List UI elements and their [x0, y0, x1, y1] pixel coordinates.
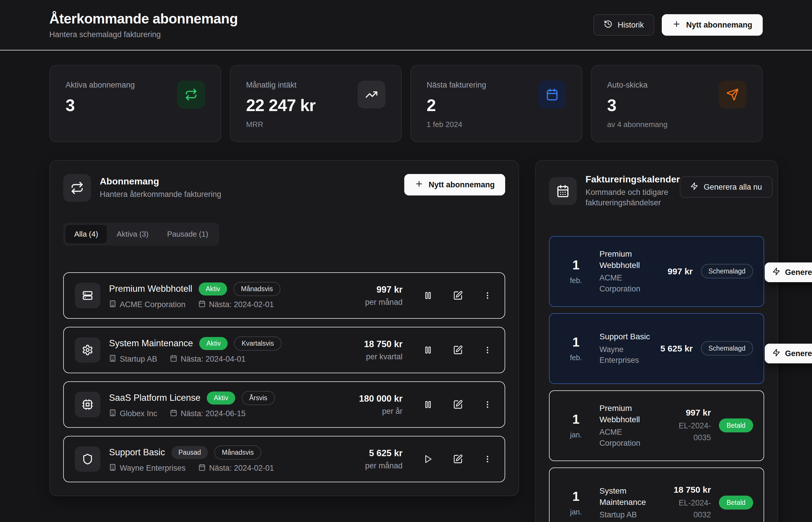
subscriptions-title: Abonnemang — [100, 176, 221, 187]
paid-badge: Betald — [719, 419, 753, 433]
subscription-row: Support Basic Pausad Månadsvis Wayne Ent… — [63, 436, 505, 482]
edit-button[interactable] — [451, 345, 465, 355]
frequency-badge: Månadsvis — [234, 282, 280, 296]
frequency-badge: Månadsvis — [214, 445, 261, 460]
pause-button[interactable] — [422, 345, 434, 355]
event-month: feb. — [560, 354, 592, 362]
repeat-icon — [63, 174, 91, 202]
next-billing-date: Nästa: 2024-02-01 — [209, 300, 274, 309]
pause-button[interactable] — [422, 400, 434, 409]
subscription-list: Premium Webbhotell Aktiv Månadsvis ACME … — [63, 272, 505, 482]
billing-calendar-panel: Faktureringskalender Kommande och tidiga… — [535, 160, 778, 522]
event-month: feb. — [560, 276, 592, 285]
play-button[interactable] — [422, 454, 434, 464]
lightning-icon — [690, 182, 698, 192]
subscription-price: 5 625 kr — [365, 448, 403, 459]
more-options-button[interactable] — [481, 455, 493, 464]
page-header-text: Återkommande abonnemang Hantera schemala… — [49, 11, 238, 39]
history-icon — [604, 20, 612, 31]
main-columns: Abonnemang Hantera återkommande fakturer… — [49, 160, 763, 522]
event-title: System Maintenance — [600, 485, 660, 508]
event-price: 5 625 kr — [660, 344, 693, 354]
new-subscription-button[interactable]: Nytt abonnemang — [404, 174, 505, 196]
paid-badge: Betald — [719, 496, 753, 509]
edit-button[interactable] — [451, 290, 465, 301]
new-subscription-button[interactable]: Nytt abonnemang — [662, 14, 763, 36]
building-icon — [109, 300, 116, 309]
more-options-button[interactable] — [481, 345, 493, 355]
edit-button[interactable] — [451, 399, 465, 410]
stat-sub: MRR — [246, 120, 316, 129]
billing-events-list: 1 feb. Premium Webbhotell ACME Corporati… — [549, 236, 764, 522]
lightning-icon — [772, 348, 780, 359]
event-client: Wayne Enterprises — [600, 344, 660, 366]
event-title: Premium Webbhotell — [600, 403, 660, 425]
calendar-title: Faktureringskalender — [586, 174, 680, 185]
stat-label: Nästa fakturering — [427, 81, 486, 89]
event-day: 1 — [560, 258, 592, 272]
shield-icon — [75, 446, 100, 472]
event-price: 18 750 kr — [667, 485, 711, 495]
client-name: Wayne Enterprises — [120, 464, 186, 473]
invoice-number: EL-2024-0032 — [667, 497, 711, 521]
subscription-row: System Maintenance Aktiv Kvartalsvis Sta… — [63, 327, 505, 373]
price-period: per månad — [365, 298, 403, 307]
plus-icon — [672, 20, 681, 31]
stats-row: Aktiva abonnemang 3 Månatlig intäkt 22 2… — [49, 65, 763, 142]
next-billing-date: Nästa: 2024-02-01 — [209, 464, 274, 473]
calendar-icon — [170, 355, 177, 364]
price-period: per år — [359, 407, 403, 416]
status-badge: Aktiv — [207, 392, 235, 405]
billing-event-card: 1 feb. Premium Webbhotell ACME Corporati… — [549, 236, 764, 307]
stat-label: Auto-skicka — [607, 81, 668, 89]
stat-card-monthly-revenue: Månatlig intäkt 22 247 kr MRR — [230, 65, 402, 142]
tab-all[interactable]: Alla (4) — [65, 225, 107, 243]
more-options-button[interactable] — [481, 291, 493, 300]
event-price: 997 kr — [667, 408, 711, 418]
subscriptions-subtitle: Hantera återkommande fakturering — [100, 189, 221, 200]
subscription-name: System Maintenance — [109, 338, 193, 348]
scheduled-badge: Schemalagd — [701, 341, 753, 356]
price-period: per månad — [365, 461, 403, 470]
event-client: ACME Corporation — [600, 273, 660, 295]
subscription-name: Premium Webbhotell — [109, 284, 192, 294]
stat-card-active-subscriptions: Aktiva abonnemang 3 — [49, 65, 221, 142]
scheduled-badge: Schemalagd — [701, 264, 753, 278]
stat-value: 3 — [607, 95, 668, 115]
stat-label: Månatlig intäkt — [246, 81, 316, 89]
subscriptions-panel: Abonnemang Hantera återkommande fakturer… — [49, 160, 519, 496]
app-screen: Återkommande abonnemang Hantera schemala… — [0, 0, 812, 522]
tab-paused[interactable]: Pausade (1) — [158, 225, 217, 243]
building-icon — [109, 464, 116, 473]
history-button[interactable]: Historik — [593, 14, 654, 36]
cpu-icon — [75, 392, 100, 417]
subscription-row: Premium Webbhotell Aktiv Månadsvis ACME … — [63, 272, 505, 319]
event-title: Premium Webbhotell — [600, 248, 660, 271]
subscription-price: 997 kr — [365, 284, 403, 295]
event-day: 1 — [560, 489, 592, 504]
edit-button[interactable] — [451, 454, 465, 464]
pause-button[interactable] — [422, 290, 434, 300]
calendar-icon — [538, 81, 566, 108]
billing-event-card: 1 jan. Premium Webbhotell ACME Corporati… — [549, 390, 764, 461]
send-icon — [718, 81, 747, 108]
next-billing-date: Nästa: 2024-04-01 — [181, 355, 246, 364]
subscription-filter-tabs: Alla (4) Aktiva (3) Pausade (1) — [63, 223, 219, 246]
tab-active[interactable]: Aktiva (3) — [108, 225, 157, 243]
event-day: 1 — [560, 335, 592, 349]
page-title: Återkommande abonnemang — [49, 11, 238, 27]
generate-now-button[interactable]: Generera nu — [765, 262, 812, 282]
stat-sub: av 4 abonnemang — [607, 120, 668, 129]
stat-value: 22 247 kr — [246, 95, 316, 115]
building-icon — [109, 355, 116, 364]
more-options-button[interactable] — [481, 400, 493, 409]
client-name: ACME Corporation — [120, 300, 186, 309]
server-icon — [75, 283, 100, 308]
building-icon — [109, 409, 116, 419]
generate-all-button[interactable]: Generera alla nu — [680, 176, 772, 198]
event-client: ACME Corporation — [600, 427, 660, 449]
event-client: Startup AB — [600, 509, 660, 521]
generate-now-button[interactable]: Generera nu — [765, 344, 812, 363]
stat-value: 3 — [65, 95, 135, 115]
client-name: Globex Inc — [120, 409, 157, 418]
